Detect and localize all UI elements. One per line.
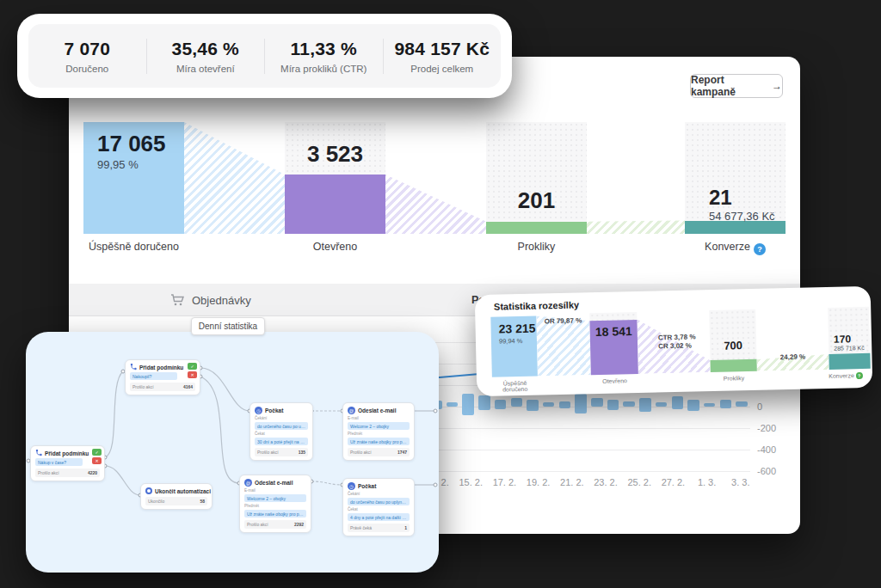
daily-bar [543, 402, 555, 407]
mini-delivered-percent: 99,94 % [499, 337, 523, 346]
flow-node-condition-left[interactable]: ✓ ✕ Přidat podmínku Nákup v čase? Prošlo… [30, 445, 105, 481]
stats-summary-card: 7 070 Doručeno 35,46 % Míra otevření 11,… [17, 14, 512, 98]
mini-label-conversion: Konverze? [821, 372, 871, 380]
chart-x-label: 27. 2. [654, 477, 692, 487]
daily-bar [736, 401, 748, 407]
node-footer: Prošlo akcí4220 [35, 469, 100, 477]
stat-ctr-value: 11,33 % [270, 39, 378, 59]
mini-conversion-revenue: 285 718 Kč [834, 345, 865, 352]
email-subject-chip: Už znáte naše obojky pro pejsky? [244, 510, 306, 518]
mini-label-conversion-text: Konverze [829, 372, 854, 379]
condition-badges: ✓ ✕ [92, 449, 102, 464]
email-subject-chip: Už znáte naše obojky pro pejsky? [348, 438, 410, 445]
email-icon: @ [348, 407, 355, 414]
node-title: Odeslat e-mail [255, 480, 293, 486]
flow-node-condition-top[interactable]: ✓ ✕ Přidat podmínku Nakoupil? Prošlo akc… [125, 359, 200, 395]
automation-flow-card: ✓ ✕ Přidat podmínku Nakoupil? Prošlo akc… [26, 332, 439, 573]
mini-label-opened: Otevřeno [591, 377, 638, 384]
chart-y-label: 0 [757, 401, 762, 412]
daily-bar [495, 400, 507, 409]
node-title: Přidat podmínku [45, 450, 89, 456]
stat-ctr: 11,33 % Míra prokliků (CTR) [264, 39, 383, 74]
wait-mode-chip: do určeného času po uplynutí určené doby [255, 422, 308, 430]
chart-x-label: 23. 2. [587, 477, 625, 487]
node-title: Počkat [265, 407, 283, 413]
clock-icon: ◷ [255, 407, 262, 414]
mini-delivered-value: 23 215 [498, 322, 535, 336]
condition-badges: ✓ ✕ [188, 363, 197, 378]
stat-revenue-value: 984 157 Kč [389, 39, 496, 59]
flow-node-wait-1[interactable]: ◷Počkat Čekání do určeného času po uplyn… [250, 402, 313, 461]
wait-mode-chip: do určeného času po uplynutí určené doby [348, 498, 410, 505]
field-label: Předmět [244, 504, 306, 508]
chart-x-label: 1. 3. [688, 477, 726, 487]
chart-x-label: 25. 2. [620, 477, 658, 487]
node-footer: Právě čeká1 [348, 524, 410, 532]
stat-revenue-label: Prodej celkem [389, 64, 496, 74]
mini-opened-value: 18 541 [590, 324, 638, 339]
daily-bar [559, 401, 571, 408]
chart-x-label: 17. 2. [485, 477, 523, 487]
daily-bar [639, 398, 651, 412]
node-footer: Prošlo akcí135 [255, 448, 308, 456]
chart-y-label: -400 [757, 444, 776, 455]
email-name-chip: Welcome 2 – obojky [348, 422, 410, 430]
stats-inner: 7 070 Doručeno 35,46 % Míra otevření 11,… [28, 24, 501, 88]
condition-chip: Nákup v čase? [35, 458, 83, 466]
node-title: Ukončit automatizaci [155, 488, 211, 494]
daily-bar [447, 402, 459, 407]
daily-bar [720, 400, 732, 408]
mini-label-clicks: Prokliky [711, 375, 757, 382]
daily-statistics-chip: Denní statistika [191, 317, 265, 335]
daily-bar [575, 394, 587, 413]
node-footer: Ukončilo58 [145, 497, 207, 505]
daily-bar [623, 401, 635, 407]
field-label: Čekat [348, 507, 410, 511]
chart-gridline [430, 471, 750, 472]
email-name-chip: Welcome 2 – obojky [244, 494, 306, 502]
daily-bar [591, 398, 603, 407]
node-title: Odeslat e-mail [358, 407, 396, 413]
field-label: Čekat [255, 432, 308, 436]
stat-ctr-label: Míra prokliků (CTR) [270, 64, 378, 74]
field-label: E-mail [244, 488, 306, 493]
node-title: Počkat [358, 483, 376, 489]
branch-icon [35, 450, 42, 456]
no-badge-icon: ✕ [92, 457, 102, 464]
stat-open-rate-label: Míra otevření [152, 64, 260, 74]
mini-ctr-text: CTR 3,78 % [658, 333, 696, 341]
flow-node-email-2[interactable]: @Odeslat e-mail E-mail Welcome 2 – obojk… [239, 475, 311, 533]
flow-node-email-1[interactable]: @Odeslat e-mail E-mail Welcome 2 – obojk… [342, 402, 415, 461]
field-label: Čekání [255, 416, 308, 420]
chart-gridline [430, 428, 750, 429]
node-title: Přidat podmínku [139, 364, 183, 371]
field-label: Čekání [348, 492, 410, 496]
chart-y-label: -600 [757, 466, 776, 476]
screen: { "stats_card": { "items": [ { "value": … [0, 0, 881, 588]
field-label: Předmět [348, 432, 410, 436]
flow-node-end[interactable]: Ukončit automatizaci Ukončilo58 [140, 483, 213, 510]
mini-cr-text: CR 3,02 % [658, 342, 692, 351]
daily-bar [687, 400, 699, 411]
mini-conversion-value: 170 [834, 333, 851, 345]
daily-bar [656, 402, 668, 407]
stat-open-rate: 35,46 % Míra otevření [146, 39, 265, 74]
stat-revenue: 984 157 Kč Prodej celkem [383, 39, 502, 74]
stat-delivered-value: 7 070 [34, 39, 141, 59]
email-icon: @ [244, 479, 252, 487]
condition-chip: Nakoupil? [130, 372, 177, 380]
daily-bar [511, 398, 523, 407]
node-footer: Prošlo akcí4164 [130, 383, 195, 391]
mini-conversion-help-icon[interactable]: ? [856, 372, 863, 379]
stat-delivered-label: Doručeno [34, 64, 141, 74]
mini-open-rate-text: OR 79,87 % [536, 316, 589, 325]
daily-bar [607, 400, 619, 410]
flow-node-wait-2[interactable]: ◷Počkat Čekání do určeného času po uplyn… [342, 478, 415, 536]
daily-bar [672, 396, 684, 409]
field-label: E-mail [348, 416, 410, 420]
mini-connector-conversion [755, 308, 829, 371]
no-badge-icon: ✕ [188, 371, 197, 378]
daily-bar [462, 394, 474, 415]
wait-duration-chip: 4 dny a poté přejít na další akci v 10:0… [348, 513, 410, 521]
sendout-stats-card: Statistika rozesílky 23 215 99,94 % OR 7… [475, 286, 873, 396]
